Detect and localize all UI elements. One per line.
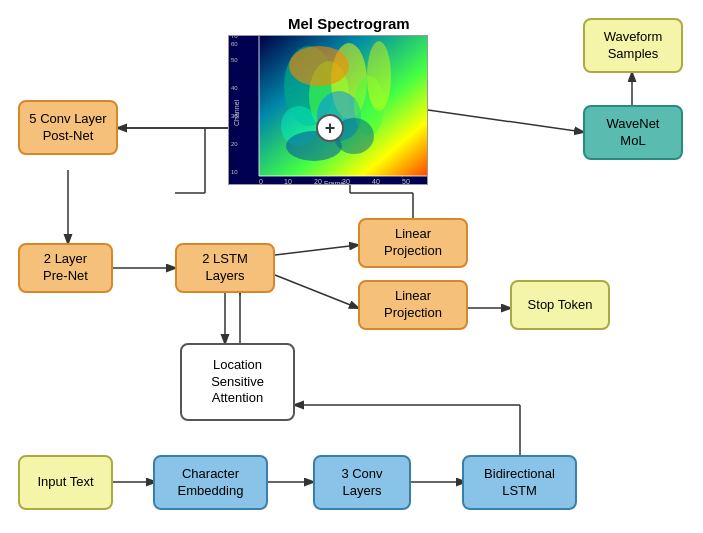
svg-line-6 [275, 245, 358, 255]
svg-text:50: 50 [402, 178, 410, 185]
three-conv-layers: 3 ConvLayers [313, 455, 411, 510]
linear-projection-2: LinearProjection [358, 280, 468, 330]
svg-text:10: 10 [284, 178, 292, 185]
location-sensitive-attention: LocationSensitiveAttention [180, 343, 295, 421]
five-conv-layer-postnet: 5 Conv Layer Post-Net [18, 100, 118, 155]
svg-line-7 [275, 275, 358, 308]
svg-point-27 [289, 46, 349, 86]
svg-text:50: 50 [231, 57, 238, 63]
svg-text:20: 20 [231, 141, 238, 147]
bidirectional-lstm: BidirectionalLSTM [462, 455, 577, 510]
svg-text:40: 40 [372, 178, 380, 185]
svg-line-11 [428, 110, 583, 132]
svg-text:10: 10 [231, 169, 238, 175]
spectrogram-display: 0 10 20 30 40 50 Frame Channel 10 20 30 … [228, 35, 428, 185]
svg-text:Frame: Frame [324, 180, 344, 185]
diagram: Mel Spectrogram 0 10 20 [0, 0, 703, 533]
linear-projection-1: LinearProjection [358, 218, 468, 268]
input-text: Input Text [18, 455, 113, 510]
svg-text:20: 20 [314, 178, 322, 185]
plus-circle: + [316, 114, 344, 142]
two-lstm-layers: 2 LSTMLayers [175, 243, 275, 293]
two-layer-prenet: 2 LayerPre-Net [18, 243, 113, 293]
svg-text:60: 60 [231, 41, 238, 47]
svg-point-31 [367, 41, 391, 111]
svg-text:0: 0 [259, 178, 263, 185]
svg-text:70: 70 [231, 36, 238, 39]
waveform-samples: WaveformSamples [583, 18, 683, 73]
character-embedding: CharacterEmbedding [153, 455, 268, 510]
wavenet-mol: WaveNetMoL [583, 105, 683, 160]
stop-token: Stop Token [510, 280, 610, 330]
svg-text:30: 30 [231, 113, 238, 119]
mel-spectrogram-title: Mel Spectrogram [288, 15, 410, 32]
svg-text:40: 40 [231, 85, 238, 91]
